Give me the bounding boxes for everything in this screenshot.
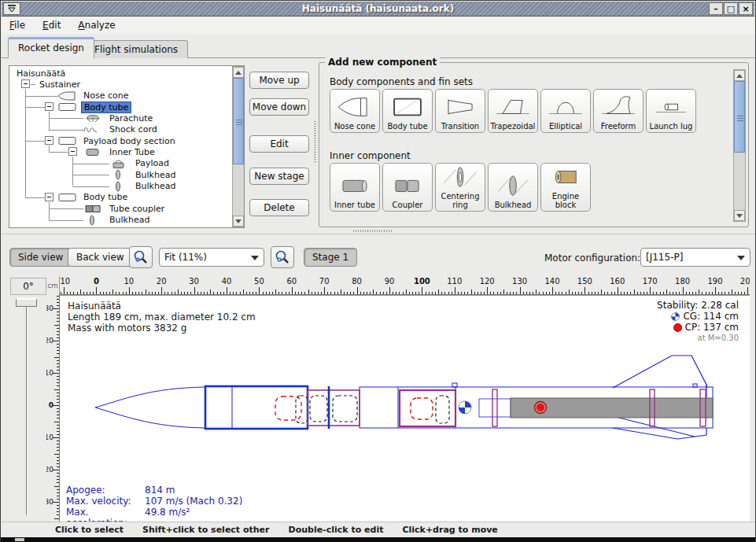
cg-marker: [459, 401, 471, 414]
cg-icon: [671, 312, 680, 321]
application-window: Haisunäätä (haisunaata.ork) – □ × FileEd…: [0, 0, 756, 542]
magnifier-minus-icon: [133, 249, 149, 265]
tree-connector: [25, 96, 57, 97]
tree-item-label[interactable]: Bulkhead: [133, 181, 178, 191]
ruler-unit-label: cm: [46, 276, 60, 295]
tree-item-label[interactable]: Inner Tube: [107, 147, 157, 157]
add-inner-tube-button[interactable]: Inner tube: [330, 163, 380, 212]
ruler-label: 30: [46, 498, 53, 506]
menu-bar: FileEditAnalyze: [2, 17, 754, 34]
zoom-level-select[interactable]: Fit (11%): [159, 248, 264, 267]
ruler-label: 20: [157, 277, 167, 286]
add-launch-lug-button[interactable]: Launch lug: [646, 89, 696, 133]
tree-item-label[interactable]: Body tube: [81, 101, 131, 113]
ruler-label: 50: [254, 277, 264, 286]
rotation-slider-handle[interactable]: [16, 298, 37, 307]
title-bar[interactable]: Haisunäätä (haisunaata.ork) – □ ×: [2, 2, 754, 17]
close-icon[interactable]: ×: [739, 2, 753, 15]
tree-item-label[interactable]: Payload: [133, 158, 171, 168]
horizontal-splitter-handle[interactable]: [353, 230, 393, 232]
tree-expander-icon[interactable]: [45, 136, 53, 145]
add-bulkhead-button[interactable]: Bulkhead: [488, 163, 538, 212]
tree-expander-icon[interactable]: [68, 147, 77, 156]
zoom-out-button[interactable]: [129, 246, 153, 268]
tree-item-label[interactable]: Bulkhead: [133, 170, 178, 180]
cg-value: CG: 114 cm: [683, 311, 739, 322]
add-body-tube-button[interactable]: Body tube: [382, 89, 433, 133]
tree-item-label[interactable]: Haisunäätä: [14, 68, 68, 79]
tab-flight-simulations[interactable]: Flight simulations: [84, 40, 188, 58]
scrollbar[interactable]: [232, 66, 245, 227]
add-trapezoidal-button[interactable]: Trapezoidal: [488, 89, 538, 133]
tree-connector: [49, 118, 83, 119]
scroll-up-icon[interactable]: [734, 70, 745, 81]
component-button-label: Engine block: [541, 192, 590, 209]
minimize-icon[interactable]: –: [709, 2, 723, 15]
rocket-design-canvas[interactable]: HaisunäätäLength 189 cm, max. diameter 1…: [60, 295, 750, 522]
tree-item-label[interactable]: Bulkhead: [107, 215, 152, 225]
selected-body-tube-shape[interactable]: [205, 386, 308, 429]
flight-stat-value: 49.8 m/s²: [145, 507, 190, 522]
nose-cone-shape[interactable]: [95, 387, 205, 428]
delete-button[interactable]: Delete: [249, 199, 309, 216]
tree-connector: [49, 146, 50, 152]
new-stage-button[interactable]: New stage: [249, 168, 309, 185]
motor-configuration-select[interactable]: [J115-P]: [640, 248, 750, 267]
scroll-down-icon[interactable]: [734, 210, 745, 221]
add-transition-button[interactable]: Transition: [435, 89, 485, 133]
tube-coupler-shape[interactable]: [400, 390, 455, 426]
ruler-label: 130: [512, 277, 527, 286]
fin-set-shape[interactable]: [613, 356, 706, 439]
scrollbar[interactable]: [733, 69, 746, 222]
tree-item-label[interactable]: Body tube: [81, 192, 130, 202]
ruler-label: 60: [286, 277, 297, 286]
inner-tube-icon: [332, 173, 378, 201]
vertical-splitter-handle[interactable]: [314, 121, 316, 162]
tree-item-label[interactable]: Nose cone: [81, 90, 131, 101]
ruler-label: 0: [94, 277, 99, 286]
menu-item-analyze[interactable]: Analyze: [78, 20, 115, 31]
info-line: Length 189 cm, max. diameter 10.2 cm: [68, 312, 256, 323]
ruler-label: -30: [46, 304, 53, 312]
menu-item-file[interactable]: File: [9, 20, 25, 31]
tree-expander-icon[interactable]: [45, 102, 53, 111]
flight-stat-value: 107 m/s (Mach 0.32): [145, 496, 242, 507]
scroll-down-icon[interactable]: [233, 216, 244, 227]
move-up-button[interactable]: Move up: [249, 72, 309, 89]
scrollbar-thumb[interactable]: [734, 81, 745, 153]
parachute-shape[interactable]: [275, 396, 301, 420]
back-view-button[interactable]: Back view: [68, 248, 133, 267]
add-component-title: Add new component: [325, 57, 440, 68]
side-view-button[interactable]: Side view: [9, 248, 72, 267]
edit-button[interactable]: Edit: [249, 135, 309, 153]
add-centering-ring-button[interactable]: Centering ring: [435, 163, 485, 212]
maximize-icon[interactable]: □: [724, 2, 738, 15]
component-tree[interactable]: HaisunäätäSustainerNose coneBody tubePar…: [9, 65, 245, 228]
ruler-label: 10: [46, 433, 53, 441]
tree-connector: [72, 186, 109, 187]
ruler-label: 40: [222, 277, 232, 286]
add-engine-block-button[interactable]: Engine block: [540, 163, 591, 212]
add-freeform-button[interactable]: Freeform: [593, 89, 644, 133]
tree-expander-icon[interactable]: [45, 193, 53, 201]
tree-item-label[interactable]: Sustainer: [37, 79, 83, 90]
launch-lug-shape[interactable]: [452, 383, 457, 387]
chevron-down-icon: [251, 256, 259, 260]
add-coupler-button[interactable]: Coupler: [382, 163, 433, 212]
scrollbar-thumb[interactable]: [233, 78, 244, 164]
scroll-up-icon[interactable]: [233, 67, 244, 78]
tree-item-label[interactable]: Tube coupler: [107, 204, 167, 214]
window-controls: – □ ×: [708, 2, 753, 15]
tree-connector: [72, 157, 73, 186]
tree-item-label[interactable]: Parachute: [107, 113, 155, 124]
add-nose-cone-button[interactable]: Nose cone: [330, 89, 380, 133]
stage-1-toggle[interactable]: Stage 1: [304, 248, 357, 267]
add-elliptical-button[interactable]: Elliptical: [540, 89, 591, 133]
tree-expander-icon[interactable]: [21, 79, 30, 88]
menu-item-edit[interactable]: Edit: [42, 20, 61, 31]
move-down-button[interactable]: Move down: [249, 98, 309, 116]
tab-rocket-design[interactable]: Rocket design: [8, 37, 94, 58]
tree-item-label[interactable]: Payload body section: [81, 136, 178, 146]
zoom-in-button[interactable]: [271, 246, 294, 268]
tree-item-label[interactable]: Shock cord: [107, 124, 160, 135]
